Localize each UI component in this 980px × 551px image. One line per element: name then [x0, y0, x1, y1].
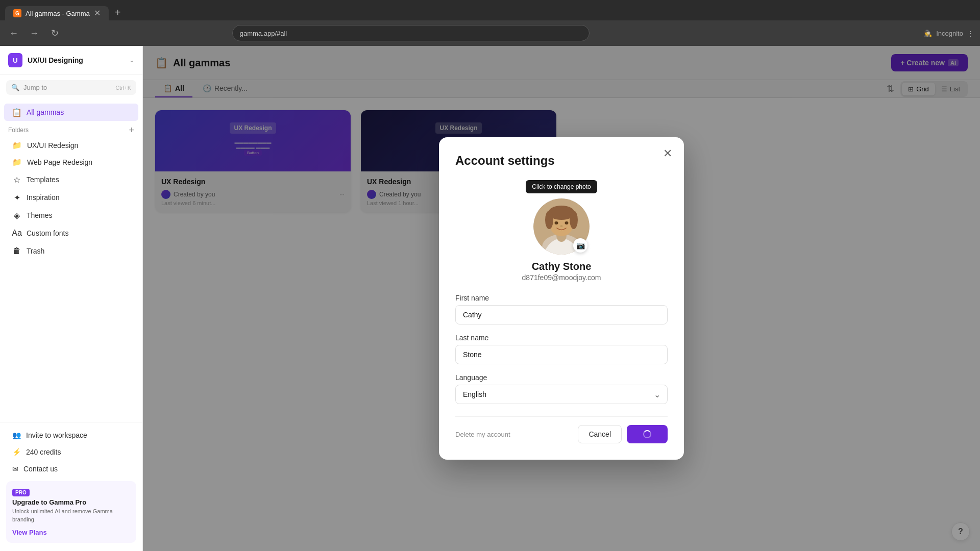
workspace-avatar: U	[8, 53, 22, 67]
trash-label: Trash	[27, 247, 44, 255]
sidebar-header: U UX/UI Designing ⌄	[0, 46, 142, 75]
sidebar-item-credits[interactable]: ⚡ 240 credits	[4, 444, 138, 460]
modal-close-button[interactable]: ✕	[659, 145, 676, 162]
templates-label: Templates	[27, 176, 59, 184]
workspace-name: UX/UI Designing	[28, 56, 83, 64]
avatar-wrapper[interactable]: 📷	[533, 198, 590, 255]
first-name-group: First name	[455, 294, 668, 324]
folders-label: Folders	[8, 127, 29, 134]
browser-toolbar: ← → ↻ gamma.app/#all 🕵 Incognito ⋮	[0, 20, 980, 46]
all-gammas-label: All gammas	[27, 108, 64, 116]
themes-icon: ◈	[12, 211, 21, 220]
tab-favicon: G	[13, 9, 21, 17]
last-name-group: Last name	[455, 334, 668, 364]
sidebar-item-contact[interactable]: ✉ Contact us	[4, 461, 138, 477]
sidebar-item-custom-fonts[interactable]: Aa Custom fonts	[4, 224, 138, 242]
address-text: gamma.app/#all	[240, 30, 287, 37]
tab-label: All gammas - Gamma	[26, 10, 90, 17]
themes-label: Themes	[27, 211, 53, 219]
contact-label: Contact us	[23, 465, 58, 473]
sidebar-search[interactable]: 🔍 Jump to Ctrl+K	[6, 80, 136, 95]
tab-close-button[interactable]: ✕	[94, 9, 101, 17]
cancel-button[interactable]: Cancel	[578, 425, 622, 443]
search-icon: 🔍	[11, 84, 19, 91]
invite-icon: 👥	[12, 431, 21, 439]
app-container: U UX/UI Designing ⌄ 🔍 Jump to Ctrl+K 📋 A…	[0, 46, 980, 551]
sidebar-item-invite[interactable]: 👥 Invite to workspace	[4, 427, 138, 443]
delete-account-button[interactable]: Delete my account	[455, 431, 510, 438]
invite-label: Invite to workspace	[26, 431, 87, 439]
sidebar-bottom: 👥 Invite to workspace ⚡ 240 credits ✉ Co…	[0, 422, 142, 551]
back-button[interactable]: ←	[6, 26, 21, 41]
menu-icon[interactable]: ⋮	[967, 30, 974, 37]
folder-name: UX/UI Redesign	[27, 141, 78, 149]
last-name-input[interactable]	[455, 345, 668, 364]
upgrade-section: PRO Upgrade to Gamma Pro Unlock unlimite…	[6, 481, 136, 543]
sidebar-item-trash[interactable]: 🗑 Trash	[4, 242, 138, 260]
folder-icon: 📁	[12, 141, 22, 150]
browser-chrome: G All gammas - Gamma ✕ + ← → ↻ gamma.app…	[0, 0, 980, 46]
language-select[interactable]: English Spanish French German Japanese	[455, 385, 668, 404]
inspiration-label: Inspiration	[27, 193, 60, 202]
svg-point-9	[560, 226, 563, 227]
upgrade-title: Upgrade to Gamma Pro	[12, 498, 130, 506]
folder-web-page-redesign[interactable]: 📁 Web Page Redesign	[4, 154, 138, 170]
first-name-label: First name	[455, 294, 668, 302]
sidebar-item-inspiration[interactable]: ✦ Inspiration	[4, 189, 138, 206]
custom-fonts-label: Custom fonts	[27, 229, 68, 237]
incognito-icon: 🕵	[924, 30, 932, 37]
all-gammas-icon: 📋	[12, 108, 21, 117]
footer-buttons: Cancel	[578, 425, 668, 443]
upgrade-desc: Unlock unlimited AI and remove Gamma bra…	[12, 508, 130, 523]
sidebar-item-themes[interactable]: ◈ Themes	[4, 207, 138, 224]
view-plans-link[interactable]: View Plans	[12, 529, 47, 536]
sidebar-item-all-gammas[interactable]: 📋 All gammas	[4, 104, 138, 121]
language-select-wrapper: English Spanish French German Japanese ⌄	[455, 385, 668, 404]
language-label: Language	[455, 373, 668, 382]
folder-icon-2: 📁	[12, 158, 22, 167]
forward-button[interactable]: →	[27, 26, 42, 41]
modal-overlay[interactable]: Account settings ✕ Click to change photo	[143, 46, 980, 551]
svg-point-6	[570, 211, 578, 229]
modal-footer: Delete my account Cancel	[455, 416, 668, 443]
modal-title: Account settings	[455, 154, 668, 168]
incognito-label: Incognito	[936, 30, 963, 37]
reload-button[interactable]: ↻	[47, 26, 62, 41]
browser-right-icons: 🕵 Incognito ⋮	[924, 30, 974, 37]
search-shortcut-text: Ctrl+K	[115, 85, 131, 91]
main-content: 📋 All gammas + Create new AI 📋 All 🕐	[143, 46, 980, 551]
user-email-display: d871fe09@moodjoy.com	[522, 273, 601, 282]
photo-tooltip: Click to change photo	[526, 180, 597, 193]
templates-icon: ☆	[12, 175, 21, 184]
active-tab[interactable]: G All gammas - Gamma ✕	[5, 6, 109, 20]
add-folder-button[interactable]: +	[129, 126, 134, 135]
first-name-input[interactable]	[455, 305, 668, 324]
credits-label: 240 credits	[26, 448, 61, 456]
tab-bar: G All gammas - Gamma ✕ +	[0, 0, 980, 20]
address-bar[interactable]: gamma.app/#all	[232, 25, 590, 41]
sidebar: U UX/UI Designing ⌄ 🔍 Jump to Ctrl+K 📋 A…	[0, 46, 143, 551]
workspace-info[interactable]: U UX/UI Designing	[8, 53, 83, 67]
svg-point-5	[545, 211, 553, 229]
save-spinner	[643, 430, 651, 438]
workspace-chevron-icon[interactable]: ⌄	[129, 57, 134, 64]
account-settings-modal: Account settings ✕ Click to change photo	[439, 137, 684, 460]
camera-button[interactable]: 📷	[573, 238, 587, 253]
avatar-section: Click to change photo	[455, 180, 668, 282]
folder-name-2: Web Page Redesign	[27, 158, 92, 166]
folders-section-title: Folders +	[0, 121, 142, 137]
sidebar-nav: 📋 All gammas Folders + 📁 UX/UI Redesign …	[0, 100, 142, 263]
pro-badge: PRO	[12, 489, 30, 496]
trash-icon: 🗑	[12, 246, 21, 256]
svg-point-7	[555, 221, 558, 224]
folder-ux-redesign[interactable]: 📁 UX/UI Redesign	[4, 137, 138, 154]
fonts-icon: Aa	[12, 229, 21, 238]
svg-point-8	[565, 221, 569, 224]
new-tab-button[interactable]: +	[109, 5, 127, 20]
last-name-label: Last name	[455, 334, 668, 342]
save-button[interactable]	[627, 425, 668, 443]
search-placeholder-text: Jump to	[23, 84, 111, 91]
sidebar-item-templates[interactable]: ☆ Templates	[4, 171, 138, 188]
user-display-name: Cathy Stone	[532, 261, 592, 272]
credits-icon: ⚡	[12, 448, 21, 456]
